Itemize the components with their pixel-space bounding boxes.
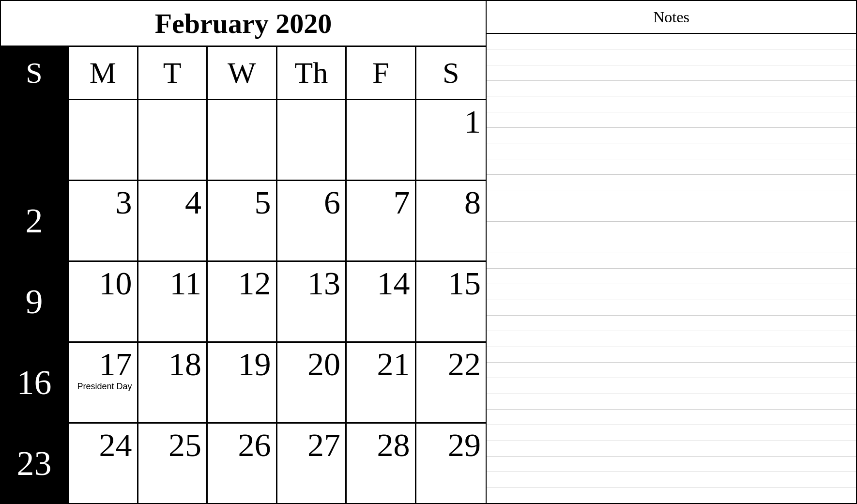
notes-line[interactable] — [487, 96, 856, 112]
notes-line[interactable] — [487, 206, 856, 222]
day-cell-4-0: 24 — [69, 424, 138, 503]
day-cell-2-5: 15 — [416, 262, 486, 341]
day-header-w: W — [208, 47, 277, 99]
calendar-row-1: 2345678 — [1, 181, 486, 262]
day-cell-1-3: 6 — [277, 181, 347, 260]
notes-line[interactable] — [487, 378, 856, 394]
day-cell-2-4: 14 — [347, 262, 416, 341]
day-cell-4-1: 25 — [138, 424, 208, 503]
notes-line[interactable] — [487, 34, 856, 49]
day-cell-2-1: 11 — [138, 262, 208, 341]
cell-date: 8 — [464, 186, 481, 219]
calendar-row-0: 1 — [1, 100, 486, 181]
day-cell-1-2: 5 — [208, 181, 277, 260]
day-cell-4-5: 29 — [416, 424, 486, 503]
day-header-t: T — [138, 47, 208, 99]
notes-section[interactable]: Notes — [487, 0, 857, 504]
cell-date: 26 — [238, 428, 271, 461]
day-header-f: F — [347, 47, 416, 99]
cell-date: 1 — [464, 105, 481, 138]
day-cell-0-2 — [208, 100, 277, 180]
day-header-m: M — [69, 47, 138, 99]
day-cell-1-5: 8 — [416, 181, 486, 260]
notes-line[interactable] — [487, 112, 856, 128]
day-cell-0-1 — [138, 100, 208, 180]
cell-date: 14 — [377, 267, 410, 300]
notes-line[interactable] — [487, 284, 856, 300]
notes-line[interactable] — [487, 410, 856, 425]
notes-line[interactable] — [487, 222, 856, 237]
cell-date: 27 — [307, 428, 340, 461]
notes-line[interactable] — [487, 472, 856, 488]
notes-line[interactable] — [487, 457, 856, 472]
day-cell-0-5: 1 — [416, 100, 486, 180]
day-cell-4-4: 28 — [347, 424, 416, 503]
notes-line[interactable] — [487, 143, 856, 159]
cell-date: 25 — [168, 428, 201, 461]
calendar-header: February 2020 — [1, 1, 486, 47]
notes-line[interactable] — [487, 363, 856, 378]
cell-date: 22 — [448, 348, 481, 381]
day-cell-3-3: 20 — [277, 343, 347, 422]
day-cell-0-3 — [277, 100, 347, 180]
notes-lines[interactable] — [487, 34, 856, 503]
day-cell-1-1: 4 — [138, 181, 208, 260]
cell-date: 10 — [99, 267, 132, 300]
notes-line[interactable] — [487, 300, 856, 316]
cell-date: 29 — [448, 428, 481, 461]
cell-date: 3 — [116, 186, 132, 219]
notes-line[interactable] — [487, 331, 856, 347]
notes-line[interactable] — [487, 347, 856, 363]
day-cell-2-0: 10 — [69, 262, 138, 341]
notes-line[interactable] — [487, 81, 856, 96]
cell-date: 5 — [255, 186, 271, 219]
notes-line[interactable] — [487, 425, 856, 441]
day-cell-3-2: 19 — [208, 343, 277, 422]
notes-line[interactable] — [487, 394, 856, 410]
sunday-cell-0 — [1, 100, 69, 180]
calendar-title: February 2020 — [155, 7, 332, 40]
day-headers: SMTWThFS — [1, 47, 486, 100]
day-cell-0-0 — [69, 100, 138, 180]
calendar-row-4: 23242526272829 — [1, 424, 486, 503]
cell-date: 20 — [307, 348, 340, 381]
cell-date: 13 — [307, 267, 340, 300]
day-cell-4-3: 27 — [277, 424, 347, 503]
day-cell-3-0: 17President Day — [69, 343, 138, 422]
notes-line[interactable] — [487, 128, 856, 143]
notes-line[interactable] — [487, 488, 856, 503]
notes-line[interactable] — [487, 190, 856, 206]
calendar-section: February 2020 SMTWThFS 12345678910111213… — [0, 0, 487, 504]
calendar-row-3: 1617President Day1819202122 — [1, 343, 486, 424]
notes-line[interactable] — [487, 65, 856, 81]
cell-date: 6 — [324, 186, 340, 219]
cell-date: 21 — [377, 348, 410, 381]
cell-date: 4 — [185, 186, 201, 219]
day-header-s: S — [416, 47, 486, 99]
day-cell-3-5: 22 — [416, 343, 486, 422]
day-cell-2-3: 13 — [277, 262, 347, 341]
cell-event: President Day — [77, 382, 132, 392]
cell-date: 18 — [168, 348, 201, 381]
day-cell-1-4: 7 — [347, 181, 416, 260]
day-header-th: Th — [277, 47, 347, 99]
notes-line[interactable] — [487, 237, 856, 253]
sunday-cell-2: 9 — [1, 262, 69, 341]
cell-date: 28 — [377, 428, 410, 461]
notes-line[interactable] — [487, 269, 856, 284]
notes-line[interactable] — [487, 159, 856, 175]
notes-line[interactable] — [487, 316, 856, 331]
cell-date: 15 — [448, 267, 481, 300]
notes-line[interactable] — [487, 253, 856, 269]
calendar-row-2: 9101112131415 — [1, 262, 486, 343]
notes-line[interactable] — [487, 49, 856, 65]
notes-header: Notes — [487, 1, 856, 34]
day-cell-3-1: 18 — [138, 343, 208, 422]
notes-line[interactable] — [487, 175, 856, 190]
calendar-grid: 1234567891011121314151617President Day18… — [1, 100, 486, 503]
day-cell-1-0: 3 — [69, 181, 138, 260]
day-cell-2-2: 12 — [208, 262, 277, 341]
sunday-cell-1: 2 — [1, 181, 69, 260]
notes-line[interactable] — [487, 441, 856, 457]
sunday-cell-4: 23 — [1, 424, 69, 503]
